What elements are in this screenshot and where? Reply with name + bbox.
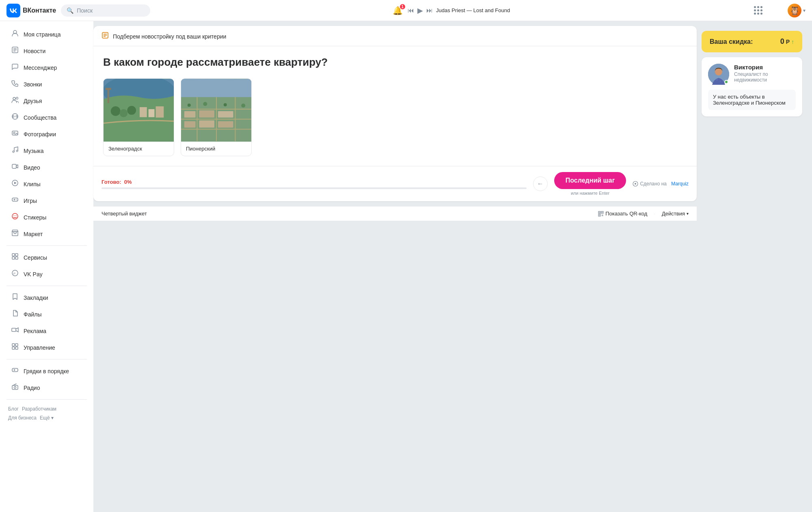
footer-link-dev[interactable]: Разработчикам	[22, 406, 56, 412]
sidebar-item-radio[interactable]: Радио	[3, 379, 90, 396]
calls-icon	[11, 80, 19, 89]
marquiz-brand: Сделано на Marquiz	[633, 181, 689, 187]
search-bar[interactable]: 🔍	[61, 4, 150, 17]
svg-point-87	[716, 79, 718, 81]
sidebar-divider-4	[6, 399, 87, 400]
actions-chevron-down-icon: ▾	[687, 211, 689, 216]
svg-rect-52	[156, 106, 164, 118]
sidebar-item-stickers[interactable]: Стикеры	[3, 209, 90, 226]
sidebar-divider-3	[6, 359, 87, 359]
search-input[interactable]	[77, 7, 145, 14]
sidebar-item-files[interactable]: Файлы	[3, 306, 90, 323]
photos-icon	[11, 129, 19, 139]
svg-rect-82	[602, 215, 603, 215]
apps-grid-button[interactable]	[752, 4, 783, 16]
marquiz-prefix: Сделано на	[640, 181, 667, 187]
svg-point-89	[715, 68, 722, 75]
sidebar-divider-1	[6, 245, 87, 246]
show-qr-button[interactable]: Показать QR-код	[598, 211, 647, 217]
sidebar-item-photos[interactable]: Фотографии	[3, 126, 90, 142]
actions-dropdown-button[interactable]: Действия ▾	[662, 211, 689, 217]
widget-header-text: Подберем новостройку под ваши критерии	[113, 33, 226, 40]
svg-point-72	[224, 103, 227, 106]
sidebar-item-gryad[interactable]: Грядки в порядке	[3, 363, 90, 379]
sidebar-label: Стикеры	[24, 214, 46, 221]
stickers-icon	[11, 213, 19, 222]
sidebar-item-vkpay[interactable]: P VK Pay	[3, 266, 90, 282]
back-button[interactable]: ←	[533, 176, 548, 191]
sidebar-label: Видео	[24, 164, 40, 171]
svg-point-71	[203, 102, 207, 106]
back-arrow-icon: ←	[537, 180, 544, 187]
svg-rect-64	[184, 111, 196, 118]
city-card-zelenogradsk[interactable]: Зеленоградск	[103, 78, 174, 156]
progress-value: 0%	[124, 179, 132, 185]
svg-rect-26	[15, 254, 18, 256]
sidebar-item-video[interactable]: Видео	[3, 159, 90, 176]
sidebar-item-messenger[interactable]: Мессенджер	[3, 59, 90, 76]
svg-rect-81	[599, 215, 600, 215]
sidebar-item-management[interactable]: Управление	[3, 339, 90, 356]
prev-track-button[interactable]: ⏮	[408, 7, 414, 14]
svg-rect-69	[218, 121, 233, 128]
svg-point-20	[17, 200, 17, 200]
qr-icon	[598, 211, 604, 217]
svg-rect-31	[12, 328, 16, 331]
footer-link-more[interactable]: Ещё ▾	[40, 415, 54, 421]
chevron-down-icon: ▾	[803, 8, 806, 13]
svg-rect-35	[15, 347, 18, 349]
sidebar-item-friends[interactable]: Друзья	[3, 93, 90, 109]
bottom-right-actions: Показать QR-код · Действия ▾	[598, 211, 689, 217]
sidebar-label: Сервисы	[24, 254, 47, 261]
progress-text: Готово:	[102, 179, 121, 185]
search-icon: 🔍	[67, 7, 73, 14]
specialist-info: Виктория Специалист по недвижимости	[708, 64, 796, 85]
svg-rect-85	[603, 215, 603, 216]
sidebar-item-news[interactable]: Новости	[3, 43, 90, 59]
main-area: Подберем новостройку под ваши критерии В…	[93, 26, 697, 221]
sidebar-item-bookmarks[interactable]: Закладки	[3, 289, 90, 306]
widget-question: В каком городе рассматриваете квартиру?	[103, 56, 687, 69]
widget-name-label: Четвертый виджет	[102, 211, 147, 217]
sidebar-label: Управление	[24, 344, 55, 351]
sidebar-label: VK Pay	[24, 271, 43, 278]
next-track-button[interactable]: ⏭	[426, 7, 433, 14]
sidebar-item-calls[interactable]: Звонки	[3, 76, 90, 93]
sidebar-item-music[interactable]: Музыка	[3, 142, 90, 159]
user-avatar-menu[interactable]: 🦉 ▾	[788, 4, 806, 17]
sidebar-item-games[interactable]: Игры	[3, 192, 90, 209]
footer-link-business[interactable]: Для бизнеса	[8, 415, 37, 421]
sidebar-item-clips[interactable]: Клипы	[3, 176, 90, 192]
clips-icon	[11, 179, 19, 189]
city-name-zelenogradsk: Зеленоградск	[104, 142, 174, 156]
city-card-pionersky[interactable]: Пионерский	[181, 78, 252, 156]
svg-rect-27	[12, 257, 15, 259]
sidebar-item-my-page[interactable]: Моя страница	[3, 26, 90, 43]
svg-rect-67	[184, 121, 196, 128]
specialist-name: Виктория	[734, 64, 796, 71]
track-title: Judas Priest — Lost and Found	[436, 7, 510, 13]
marquiz-link[interactable]: Marquiz	[671, 181, 689, 187]
svg-point-73	[241, 103, 245, 108]
svg-rect-53	[108, 89, 109, 103]
svg-point-88	[720, 81, 721, 82]
svg-rect-25	[12, 254, 15, 256]
notification-bell[interactable]: 🔔 1	[393, 6, 403, 15]
sidebar-item-market[interactable]: Маркет	[3, 226, 90, 242]
progress-bar-bg	[102, 187, 527, 189]
footer-link-blog[interactable]: Блог	[8, 406, 19, 412]
next-step-button[interactable]: Последний шаг	[554, 172, 626, 189]
widget-body: В каком городе рассматриваете квартиру?	[93, 46, 697, 166]
sidebar-item-ads[interactable]: Реклама	[3, 323, 90, 339]
vk-logo-icon	[6, 4, 20, 17]
svg-rect-66	[218, 111, 233, 118]
sidebar-item-services[interactable]: Сервисы	[3, 249, 90, 266]
svg-point-48	[120, 109, 128, 117]
sidebar-item-communities[interactable]: Сообщества	[3, 109, 90, 126]
play-button[interactable]: ▶	[417, 6, 423, 15]
vk-logo-link[interactable]: ВКонтакте	[6, 4, 56, 17]
discount-card: Ваша скидка: 0 Р ↑	[702, 31, 802, 52]
sidebar-label: Реклама	[24, 328, 46, 334]
sidebar-label: Игры	[24, 198, 37, 204]
svg-point-6	[16, 97, 18, 99]
